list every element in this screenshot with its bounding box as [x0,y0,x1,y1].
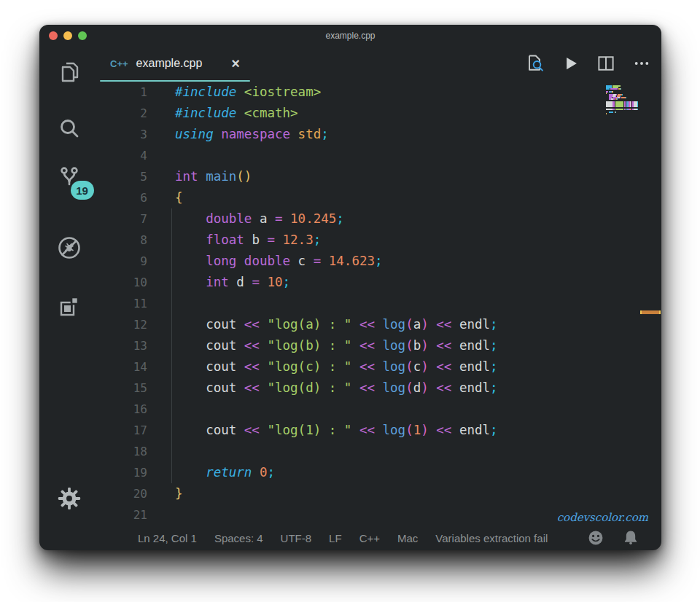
code-text: using namespace std; [175,124,329,145]
status-item[interactable]: C++ [359,532,380,544]
status-item[interactable]: Variables extraction fail [435,532,548,544]
overview-ruler-marker [640,310,661,314]
line-number: 1 [98,82,147,103]
code-line: 6{ [98,187,661,208]
line-number: 20 [98,483,147,504]
files-icon [56,59,82,85]
code-text: long double c = 14.623; [175,251,383,272]
split-editor-icon [596,53,616,74]
sidebar-item-explorer[interactable] [55,58,84,87]
app-window: example.cpp [39,25,661,550]
status-item[interactable]: LF [329,532,342,544]
line-number: 10 [98,272,147,293]
code-text: cout << "log(c) : " << log(c) << endl; [175,356,498,378]
code-line: 10 int d = 10; [98,272,661,293]
code-lines: 1#include <iostream>2#include <cmath>3us… [98,82,661,525]
activity-bar: 19 [39,45,98,528]
code-text: float b = 12.3; [175,230,321,251]
status-bar: Ln 24, Col 1Spaces: 4UTF-8LFC++MacVariab… [39,528,661,550]
zoom-window-button[interactable] [78,31,87,40]
code-line: 20} [98,483,661,504]
line-number: 7 [98,208,147,230]
extensions-icon [56,294,82,321]
line-number: 2 [98,103,147,124]
code-line: 2#include <cmath> [98,103,661,124]
ellipsis-icon [632,54,651,73]
minimize-window-button[interactable] [63,31,72,40]
line-number: 11 [98,293,147,314]
code-text: cout << "log(b) : " << log(b) << endl; [175,335,498,356]
code-line: 11 [98,293,661,314]
line-number: 12 [98,314,147,335]
more-actions-button[interactable] [632,54,651,73]
line-number: 14 [98,356,147,378]
line-number: 15 [98,378,147,399]
code-text: #include <cmath> [175,103,298,124]
code-line: 8 float b = 12.3; [98,230,661,251]
line-number: 4 [98,145,147,166]
line-number: 6 [98,187,147,208]
feedback-smiley-icon[interactable] [587,529,604,547]
titlebar: example.cpp [39,25,661,45]
line-number: 3 [98,124,147,145]
code-text: #include <iostream> [175,82,321,103]
sidebar-item-extensions[interactable] [55,293,84,322]
line-number: 5 [98,166,147,187]
editor-actions [525,45,651,82]
code-text: return 0; [175,462,275,483]
source-control-badge: 19 [71,181,94,200]
code-line: 7 double a = 10.245; [98,208,661,230]
tab-close-icon[interactable]: × [231,56,240,71]
status-items: Ln 24, Col 1Spaces: 4UTF-8LFC++MacVariab… [138,532,548,544]
tab-label: example.cpp [136,57,203,70]
line-number: 16 [98,399,147,420]
code-line: 15 cout << "log(d) : " << log(d) << endl… [98,378,661,399]
code-line: 1#include <iostream> [98,82,661,103]
sidebar-item-debug[interactable] [55,233,84,262]
line-number: 13 [98,335,147,356]
split-editor-button[interactable] [596,54,615,73]
status-item[interactable]: UTF-8 [281,532,312,544]
cpp-file-icon: C++ [110,58,128,69]
status-item[interactable]: Spaces: 4 [214,532,263,544]
code-text: int d = 10; [175,272,290,293]
code-line: 14 cout << "log(c) : " << log(c) << endl… [98,356,661,378]
minimap[interactable] [606,85,642,116]
code-line: 13 cout << "log(b) : " << log(b) << endl… [98,335,661,356]
line-number: 21 [98,504,147,525]
indent-guide [171,208,172,483]
open-changes-button[interactable] [525,54,544,73]
tab-bar: C++ example.cpp × [98,45,661,82]
sidebar-item-settings[interactable] [55,484,84,513]
line-number: 19 [98,462,147,483]
status-item[interactable]: Ln 24, Col 1 [138,532,197,544]
code-line: 5int main() [98,166,661,187]
run-button[interactable] [561,54,580,73]
search-icon [56,116,82,142]
code-line: 3using namespace std; [98,124,661,145]
line-number: 9 [98,251,147,272]
play-icon [561,54,580,73]
code-line: 19 return 0; [98,462,661,483]
code-line: 16 [98,399,661,420]
code-text: cout << "log(d) : " << log(d) << endl; [175,378,498,399]
notifications-bell-icon[interactable] [622,529,639,547]
search-document-icon [524,53,545,74]
code-text: cout << "log(1) : " << log(1) << endl; [175,420,498,441]
sidebar-item-search[interactable] [55,114,84,144]
tab-example-cpp[interactable]: C++ example.cpp × [98,45,252,82]
gear-icon [57,486,82,511]
code-line: 12 cout << "log(a) : " << log(a) << endl… [98,314,661,335]
status-item[interactable]: Mac [397,532,418,544]
code-text: double a = 10.245; [175,208,344,230]
code-editor[interactable]: 1#include <iostream>2#include <cmath>3us… [98,82,661,528]
code-text: int main() [175,166,252,187]
window-title: example.cpp [39,25,661,47]
line-number: 18 [98,441,147,462]
code-text: cout << "log(a) : " << log(a) << endl; [175,314,498,335]
debug-disabled-icon [55,234,83,262]
code-line: 18 [98,441,661,462]
watermark: codevscolor.com [557,511,648,524]
sidebar-item-source-control[interactable]: 19 [55,163,84,192]
close-window-button[interactable] [49,31,58,40]
